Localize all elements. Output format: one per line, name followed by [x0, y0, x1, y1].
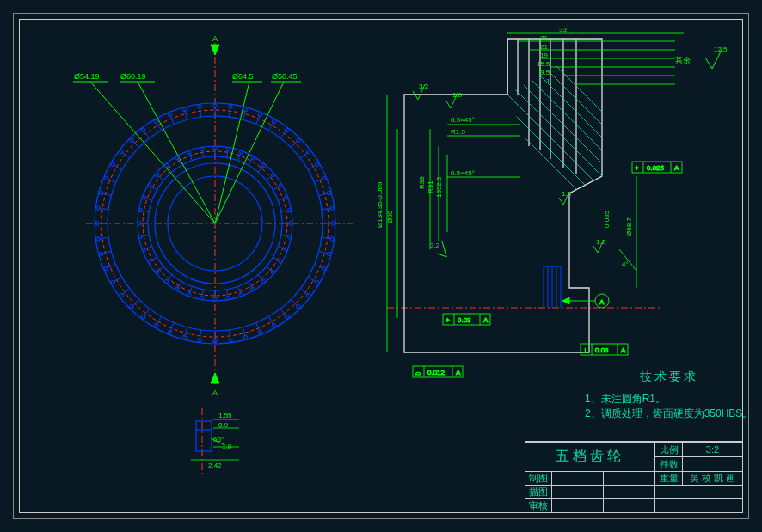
- svg-line-197: [499, 73, 619, 193]
- svg-rect-250: [196, 421, 212, 451]
- note-chamfer-1: 0.5×45°: [451, 116, 475, 124]
- svg-line-124: [267, 266, 273, 272]
- dim-33: 33: [559, 26, 567, 34]
- svg-marker-18: [211, 45, 219, 55]
- section-marker-bottom: A: [212, 388, 218, 397]
- dim-1: 1: [546, 77, 550, 85]
- ra-3.2-b: 3.2: [430, 242, 440, 249]
- dia-label-1: Ø54.19: [74, 72, 100, 81]
- note-r15: R1.5: [451, 128, 465, 136]
- tech-requirements: 技术要求 1、未注圆角R1。 2、调质处理，齿面硬度为350HBS。: [585, 370, 753, 421]
- dim-21b: 21: [540, 43, 548, 51]
- svg-line-10: [90, 82, 215, 223]
- svg-line-205: [499, 125, 619, 245]
- detail-60: 60°: [213, 436, 224, 443]
- svg-line-200: [499, 112, 619, 232]
- svg-line-196: [499, 60, 619, 180]
- name-value: 吴 校 凯 画: [682, 471, 742, 485]
- front-view: Ø54.19 Ø60.19 Ø64.5 Ø50.45 A A: [17, 26, 378, 404]
- req-line-1: 1、未注圆角R1。: [585, 392, 753, 407]
- dia-label-4: Ø50.45: [272, 72, 298, 81]
- gtol-3: 0.03: [595, 346, 609, 354]
- note-chamfer-2: 0.5×45°: [451, 169, 475, 177]
- scale-label: 比例: [654, 442, 682, 456]
- scale-value: 3:2: [682, 442, 742, 456]
- svg-line-202: [499, 34, 619, 155]
- section-marker-top: A: [212, 34, 218, 43]
- designer-label: 制图: [525, 471, 551, 485]
- count-label: 件数: [654, 456, 682, 471]
- req-title: 技术要求: [585, 370, 753, 385]
- r-large: 1032.5: [435, 176, 443, 198]
- datum-a: A: [599, 298, 605, 306]
- section-view: 33 21 21 19 15.5 9.5 1 0.5×45° R1.5 0.5×…: [378, 26, 731, 387]
- dim-15.5: 15.5: [537, 60, 550, 68]
- gtol-4: 0.012: [427, 369, 446, 376]
- dim-21a: 21: [540, 34, 548, 42]
- svg-line-199: [499, 99, 619, 219]
- ra-1.6-b: 1.6: [562, 190, 572, 198]
- dia-134: Ø134.35-0.089: [378, 181, 384, 228]
- dia-label-3: Ø64.5: [232, 72, 254, 81]
- svg-text:⟂: ⟂: [583, 346, 587, 354]
- svg-text:⌓: ⌓: [415, 369, 421, 376]
- svg-text:⌖: ⌖: [446, 316, 450, 324]
- gtol-2-d: A: [483, 316, 489, 324]
- ra-1.2: 1.2: [596, 238, 606, 246]
- svg-marker-19: [211, 373, 219, 383]
- part-name: 五档齿轮: [525, 442, 654, 471]
- svg-marker-248: [562, 297, 569, 304]
- detail-2.42: 2.42: [208, 462, 222, 469]
- svg-text:⌖: ⌖: [635, 164, 639, 172]
- dim-19: 19: [540, 52, 548, 59]
- corner-label: 其余: [675, 56, 691, 64]
- title-block: 五档齿轮 比例 3:2 件数 制图 重量 吴 校 凯 画 描图: [525, 441, 743, 513]
- gtol-1: 0.025: [647, 164, 665, 172]
- svg-line-176: [249, 158, 253, 166]
- gtol-3-d: A: [621, 346, 626, 354]
- corner-roughness: 其余 12.5: [671, 39, 748, 73]
- detail-0.9: 0.9: [218, 421, 229, 429]
- svg-line-182: [273, 186, 281, 190]
- svg-line-201: [499, 47, 619, 168]
- weight-label: 重量: [654, 471, 682, 485]
- gtol-1-d: A: [674, 164, 679, 172]
- detail-1.8: 1.8: [222, 443, 232, 450]
- dia-68: Ø68.7: [625, 217, 633, 236]
- svg-line-198: [499, 86, 619, 206]
- angle-4: 4°: [622, 260, 629, 268]
- dia-label-2: Ø60.19: [120, 72, 146, 81]
- ra-3.2-a: 3.2: [419, 83, 429, 90]
- detail-view: 1.55 0.9 1.8 2.42 60°: [172, 404, 267, 481]
- approver-label: 审核: [525, 498, 551, 512]
- svg-line-13: [215, 82, 284, 223]
- r31: R31: [427, 180, 434, 193]
- checker-label: 描图: [525, 485, 551, 498]
- r39: R39: [418, 176, 426, 189]
- corner-value: 12.5: [714, 46, 728, 53]
- gtol-4-d: A: [456, 369, 461, 376]
- tol-0.035: 0.035: [603, 210, 611, 228]
- detail-1.55: 1.55: [218, 412, 232, 419]
- req-line-2: 2、调质处理，齿面硬度为350HBS。: [585, 407, 753, 421]
- cad-canvas: Ø54.19 Ø60.19 Ø64.5 Ø50.45 A A: [0, 0, 762, 532]
- dia-80: Ø80: [386, 210, 394, 223]
- gtol-2: 0.03: [458, 316, 471, 324]
- dim-9.5: 9.5: [540, 69, 550, 76]
- ra-1.6-a: 1.6: [452, 91, 463, 99]
